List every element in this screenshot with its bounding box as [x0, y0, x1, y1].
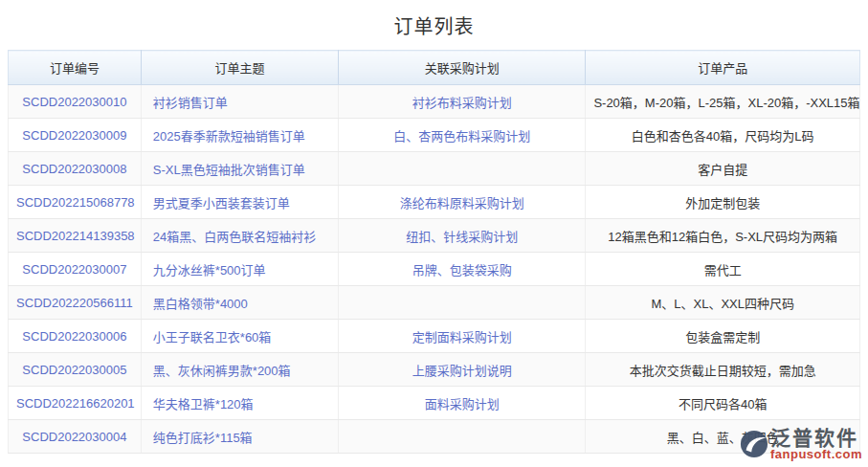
order-table: 订单编号 订单主题 关联采购计划 订单产品 SCDD2022030010 衬衫销… [8, 50, 860, 454]
order-no-cell[interactable]: SCDD202216620201 [9, 387, 142, 420]
products-cell: S-20箱，M-20箱，L-25箱，XL-20箱，-XXL15箱 [586, 85, 860, 119]
column-header-order-no: 订单编号 [9, 51, 142, 85]
table-row: SCDD202216620201 华夫格卫裤*120箱 面料采购计划 不同尺码各… [9, 387, 860, 420]
subject-cell[interactable]: 小王子联名卫衣*60箱 [141, 320, 338, 353]
subject-cell[interactable]: 2025春季新款短袖销售订单 [141, 119, 338, 152]
order-no-cell[interactable]: SCDD202220566111 [9, 286, 142, 320]
order-no-cell[interactable]: SCDD202214139358 [9, 219, 142, 253]
table-row: SCDD2022030007 九分冰丝裤*500订单 吊牌、包装袋采购 需代工 [9, 253, 860, 286]
purchase-plan-cell[interactable] [339, 152, 586, 186]
purchase-plan-cell[interactable]: 面料采购计划 [339, 387, 586, 420]
subject-cell[interactable]: 华夫格卫裤*120箱 [141, 387, 338, 420]
purchase-plan-cell[interactable]: 白、杏两色布料采购计划 [339, 119, 586, 152]
table-row: SCDD2022030009 2025春季新款短袖销售订单 白、杏两色布料采购计… [9, 119, 860, 152]
purchase-plan-cell[interactable] [339, 420, 586, 454]
table-row: SCDD2022030008 S-XL黑色短袖批次销售订单 客户自提 [9, 152, 860, 186]
purchase-plan-cell[interactable]: 衬衫布料采购计划 [339, 85, 586, 119]
order-no-cell[interactable]: SCDD202215068778 [9, 186, 142, 219]
table-row: SCDD202215068778 男式夏季小西装套装订单 涤纶布料原料采购计划 … [9, 186, 860, 219]
products-cell: 不同尺码各40箱 [586, 387, 860, 420]
purchase-plan-cell[interactable]: 吊牌、包装袋采购 [339, 253, 586, 286]
products-cell: 黑、白、蓝、灰四色 [586, 420, 860, 454]
order-no-cell[interactable]: SCDD2022030005 [9, 353, 142, 387]
column-header-subject: 订单主题 [141, 51, 338, 85]
purchase-plan-cell[interactable]: 涤纶布料原料采购计划 [339, 186, 586, 219]
column-header-products: 订单产品 [586, 51, 860, 85]
products-cell: 12箱黑色和12箱白色，S-XL尺码均为两箱 [586, 219, 860, 253]
products-cell: 包装盒需定制 [586, 320, 860, 353]
subject-cell[interactable]: 黑白格领带*4000 [141, 286, 338, 320]
products-cell: 客户自提 [586, 152, 860, 186]
purchase-plan-cell[interactable]: 定制面料采购计划 [339, 320, 586, 353]
order-no-cell[interactable]: SCDD2022030010 [9, 85, 142, 119]
subject-cell[interactable]: S-XL黑色短袖批次销售订单 [141, 152, 338, 186]
subject-cell[interactable]: 衬衫销售订单 [141, 85, 338, 119]
table-row: SCDD2022030004 纯色打底衫*115箱 黑、白、蓝、灰四色 [9, 420, 860, 454]
order-table-container: 订单编号 订单主题 关联采购计划 订单产品 SCDD2022030010 衬衫销… [0, 50, 868, 454]
order-table-body: SCDD2022030010 衬衫销售订单 衬衫布料采购计划 S-20箱，M-2… [9, 85, 860, 454]
page-title: 订单列表 [0, 0, 868, 50]
subject-cell[interactable]: 纯色打底衫*115箱 [141, 420, 338, 454]
subject-cell[interactable]: 九分冰丝裤*500订单 [141, 253, 338, 286]
table-row: SCDD202220566111 黑白格领带*4000 M、L、XL、XXL四种… [9, 286, 860, 320]
products-cell: 白色和杏色各40箱，尺码均为L码 [586, 119, 860, 152]
column-header-purchase-plan: 关联采购计划 [339, 51, 586, 85]
purchase-plan-cell[interactable]: 纽扣、针线采购计划 [339, 219, 586, 253]
order-table-header: 订单编号 订单主题 关联采购计划 订单产品 [9, 51, 860, 85]
order-no-cell[interactable]: SCDD2022030004 [9, 420, 142, 454]
products-cell: 本批次交货截止日期较短，需加急 [586, 353, 860, 387]
table-row: SCDD202214139358 24箱黑、白两色联名短袖衬衫 纽扣、针线采购计… [9, 219, 860, 253]
products-cell: 需代工 [586, 253, 860, 286]
subject-cell[interactable]: 黑、灰休闲裤男款*200箱 [141, 353, 338, 387]
products-cell: 外加定制包装 [586, 186, 860, 219]
order-no-cell[interactable]: SCDD2022030009 [9, 119, 142, 152]
table-row: SCDD2022030006 小王子联名卫衣*60箱 定制面料采购计划 包装盒需… [9, 320, 860, 353]
order-no-cell[interactable]: SCDD2022030006 [9, 320, 142, 353]
table-row: SCDD2022030010 衬衫销售订单 衬衫布料采购计划 S-20箱，M-2… [9, 85, 860, 119]
subject-cell[interactable]: 男式夏季小西装套装订单 [141, 186, 338, 219]
purchase-plan-cell[interactable] [339, 286, 586, 320]
table-row: SCDD2022030005 黑、灰休闲裤男款*200箱 上腰采购计划说明 本批… [9, 353, 860, 387]
subject-cell[interactable]: 24箱黑、白两色联名短袖衬衫 [141, 219, 338, 253]
purchase-plan-cell[interactable]: 上腰采购计划说明 [339, 353, 586, 387]
order-no-cell[interactable]: SCDD2022030008 [9, 152, 142, 186]
products-cell: M、L、XL、XXL四种尺码 [586, 286, 860, 320]
order-no-cell[interactable]: SCDD2022030007 [9, 253, 142, 286]
